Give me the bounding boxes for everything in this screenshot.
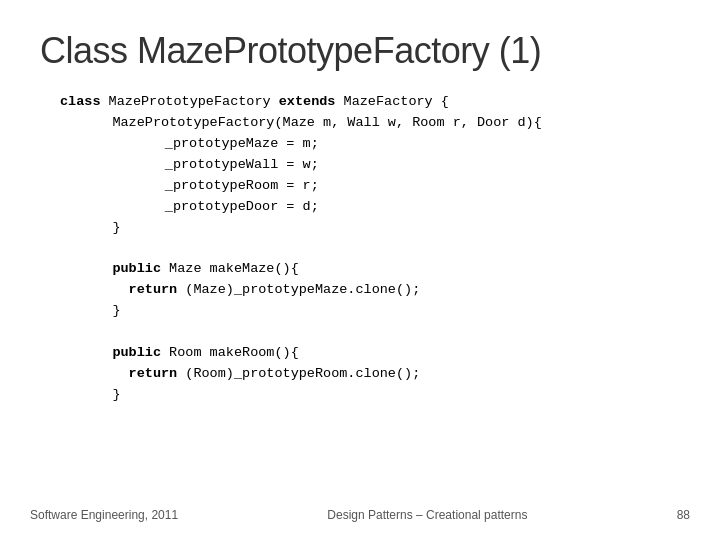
code-line-3: _prototypeMaze = m; bbox=[100, 134, 680, 155]
keyword-extends: extends bbox=[279, 94, 336, 109]
footer-center: Design Patterns – Creational patterns bbox=[327, 508, 527, 522]
footer: Software Engineering, 2011 Design Patter… bbox=[0, 508, 720, 522]
keyword-return-2: return bbox=[129, 366, 178, 381]
code-line-13: public Room makeRoom(){ bbox=[80, 343, 680, 364]
slide-title: Class MazePrototypeFactory (1) bbox=[40, 30, 680, 72]
code-line-10: return (Maze)_prototypeMaze.clone(); bbox=[80, 280, 680, 301]
code-line-2: MazePrototypeFactory(Maze m, Wall w, Roo… bbox=[80, 113, 680, 134]
code-line-11: } bbox=[80, 301, 680, 322]
slide: Class MazePrototypeFactory (1) class Maz… bbox=[0, 0, 720, 540]
code-line-5: _prototypeRoom = r; bbox=[100, 176, 680, 197]
keyword-public-2: public bbox=[112, 345, 161, 360]
footer-right: 88 bbox=[677, 508, 690, 522]
code-line-6: _prototypeDoor = d; bbox=[100, 197, 680, 218]
code-block: class MazePrototypeFactory extends MazeF… bbox=[60, 92, 680, 406]
code-line-1: class MazePrototypeFactory extends MazeF… bbox=[60, 92, 680, 113]
code-line-7: } bbox=[80, 218, 680, 239]
code-line-9: public Maze makeMaze(){ bbox=[80, 259, 680, 280]
keyword-public-1: public bbox=[112, 261, 161, 276]
keyword-class: class bbox=[60, 94, 101, 109]
code-line-8 bbox=[60, 238, 680, 259]
code-line-4: _prototypeWall = w; bbox=[100, 155, 680, 176]
code-line-15: } bbox=[80, 385, 680, 406]
code-line-12 bbox=[60, 322, 680, 343]
footer-left: Software Engineering, 2011 bbox=[30, 508, 178, 522]
code-line-14: return (Room)_prototypeRoom.clone(); bbox=[80, 364, 680, 385]
keyword-return-1: return bbox=[129, 282, 178, 297]
